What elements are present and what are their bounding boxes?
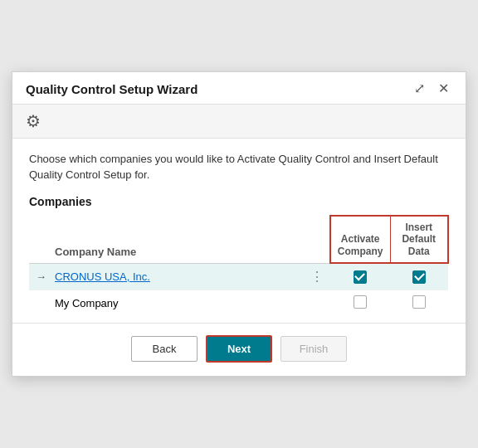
table-row: → CRONUS USA, Inc. ⋮ bbox=[29, 263, 448, 290]
unchecked-icon[interactable] bbox=[412, 295, 426, 309]
col-header-company-name: Company Name bbox=[48, 216, 304, 263]
gear-icon: ⚙ bbox=[26, 112, 41, 130]
table-container: Company Name ActivateCompany InsertDefau… bbox=[29, 215, 449, 316]
row-dots-menu[interactable]: ⋮ bbox=[304, 263, 330, 290]
close-button[interactable]: ✕ bbox=[435, 80, 452, 97]
expand-button[interactable]: ⤢ bbox=[411, 80, 428, 97]
dialog-container: Quality Control Setup Wizard ⤢ ✕ ⚙ Choos… bbox=[12, 71, 466, 376]
row-dots-menu bbox=[304, 290, 330, 316]
activate-checkbox-1[interactable] bbox=[330, 263, 390, 290]
header-actions: ⤢ ✕ bbox=[411, 80, 452, 97]
unchecked-icon[interactable] bbox=[354, 295, 367, 309]
activate-checkbox-2[interactable] bbox=[330, 290, 390, 316]
toolbar-row: ⚙ bbox=[12, 105, 466, 139]
next-button[interactable]: Next bbox=[206, 335, 272, 363]
col-header-insert: InsertDefaultData bbox=[390, 216, 448, 263]
company-name-cell[interactable]: CRONUS USA, Inc. bbox=[48, 263, 304, 290]
dialog-header: Quality Control Setup Wizard ⤢ ✕ bbox=[12, 72, 466, 105]
row-arrow: → bbox=[29, 263, 48, 290]
company-name-cell[interactable]: My Company bbox=[48, 290, 304, 316]
checked-icon[interactable] bbox=[354, 270, 367, 284]
dialog-title: Quality Control Setup Wizard bbox=[26, 82, 198, 96]
table-row: My Company bbox=[29, 290, 448, 316]
checked-icon[interactable] bbox=[412, 270, 426, 284]
col-header-activate: ActivateCompany bbox=[330, 216, 390, 263]
section-title: Companies bbox=[29, 195, 449, 208]
insert-checkbox-2[interactable] bbox=[390, 290, 448, 316]
dialog-body: Choose which companies you would like to… bbox=[12, 139, 466, 322]
insert-checkbox-1[interactable] bbox=[390, 263, 448, 290]
col-header-dots bbox=[304, 216, 330, 263]
dialog-footer: Back Next Finish bbox=[12, 323, 466, 376]
col-header-arrow bbox=[29, 216, 48, 263]
back-button[interactable]: Back bbox=[131, 336, 198, 362]
description-text: Choose which companies you would like to… bbox=[29, 152, 449, 183]
finish-button: Finish bbox=[280, 336, 347, 362]
row-arrow bbox=[29, 290, 48, 316]
companies-table: Company Name ActivateCompany InsertDefau… bbox=[29, 215, 449, 316]
